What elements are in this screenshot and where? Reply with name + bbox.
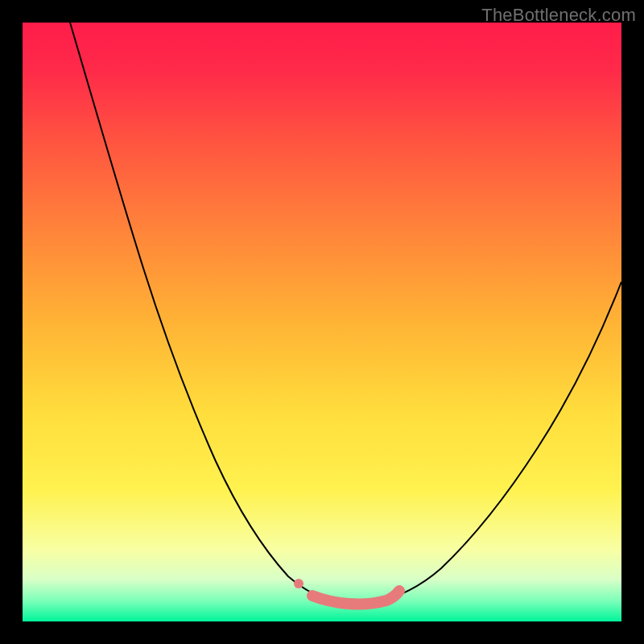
highlight-dot: [294, 579, 303, 588]
chart-canvas: [23, 23, 621, 621]
gradient-background: [23, 23, 621, 621]
watermark-text: TheBottleneck.com: [481, 5, 636, 26]
chart-frame: [23, 23, 621, 621]
